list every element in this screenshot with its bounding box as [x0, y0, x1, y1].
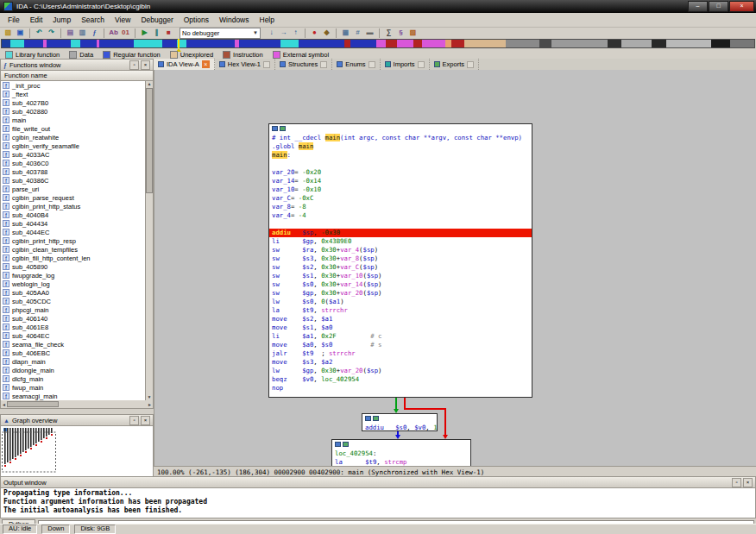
function-item[interactable]: fsub_4027B0: [1, 98, 153, 107]
navband-segment[interactable]: [71, 40, 79, 47]
maximize-button[interactable]: □: [709, 1, 728, 12]
disassembly-line[interactable]: # int __cdecl main(int argc, const char …: [272, 134, 529, 142]
disassembly-line[interactable]: la $t9, strcmp: [335, 458, 468, 466]
close-button[interactable]: ×: [729, 1, 754, 12]
disassembly-line[interactable]: move $s2, $a1: [272, 315, 529, 324]
navband-segment[interactable]: [280, 40, 299, 47]
disassembly-line[interactable]: var_8= -8: [272, 203, 529, 211]
disassembly-line[interactable]: var_10= -0x10: [272, 185, 529, 194]
graph-node-loc_402954[interactable]: loc_402954:la $t9, strcmp: [331, 439, 471, 466]
function-item[interactable]: fsub_404434: [1, 219, 153, 228]
function-item[interactable]: fseama_file_check: [1, 340, 153, 349]
disassembly-line[interactable]: sw $ra, 0x30+var_4($sp): [272, 246, 529, 254]
save-icon[interactable]: ▣: [15, 28, 26, 38]
navband-segment[interactable]: [422, 40, 444, 47]
function-item[interactable]: ffwupgrade_log: [1, 271, 153, 280]
navband-segment[interactable]: [350, 40, 377, 47]
function-item[interactable]: fcgibin_reatwhite: [1, 133, 153, 141]
menu-debugger[interactable]: Debugger: [135, 14, 178, 26]
debugger-select[interactable]: No debugger ▼: [180, 28, 261, 39]
close-panel-icon[interactable]: ×: [743, 478, 753, 487]
tab-enums[interactable]: Enums: [332, 59, 380, 70]
function-item[interactable]: fsub_403788: [1, 167, 153, 176]
tab-structures[interactable]: Structures: [275, 59, 332, 70]
navband-segment[interactable]: [539, 40, 551, 47]
output-window-titlebar[interactable]: Output window ▫ ×: [0, 476, 756, 488]
function-name-column-header[interactable]: Function name: [0, 71, 154, 81]
open-file-icon[interactable]: ▨: [3, 28, 14, 38]
disassembly-line[interactable]: move $s1, $a0: [272, 324, 529, 332]
text-search-icon[interactable]: Ab: [108, 28, 119, 38]
breakpoint-icon[interactable]: ●: [309, 28, 320, 38]
structures-icon[interactable]: ▦: [340, 28, 351, 38]
menu-jump[interactable]: Jump: [47, 14, 76, 26]
disassembly-line[interactable]: var_14= -0x14: [272, 177, 529, 185]
float-panel-icon[interactable]: ▫: [129, 416, 139, 425]
tab-close-icon[interactable]: ×: [202, 60, 210, 68]
navband-segment[interactable]: [413, 40, 422, 47]
function-item[interactable]: fcgibin_parse_request: [1, 193, 153, 202]
navband-segment[interactable]: [47, 40, 71, 47]
scrollbar-thumb[interactable]: [146, 88, 153, 193]
navband-segment[interactable]: [24, 40, 43, 47]
disassembly-line[interactable]: jalr $t9 ; strrchr: [272, 349, 529, 358]
navband-segment[interactable]: [2, 40, 10, 47]
scroll-down-icon[interactable]: ▼: [146, 394, 153, 400]
function-item[interactable]: fsub_405AA0: [1, 288, 153, 297]
scroll-left-icon[interactable]: ◄: [2, 402, 6, 407]
tab-detach-icon[interactable]: [320, 61, 327, 68]
step-over-icon[interactable]: →: [278, 28, 289, 38]
function-item[interactable]: ffile_write_out: [1, 124, 153, 133]
navigation-band[interactable]: [1, 39, 755, 48]
navband-segment[interactable]: [344, 40, 350, 47]
step-into-icon[interactable]: ↓: [266, 28, 277, 38]
function-item[interactable]: fsub_4061E8: [1, 323, 153, 331]
disassembly-line[interactable]: addiu $s0, $v0, 1: [365, 424, 434, 431]
names-icon[interactable]: ▥: [77, 28, 88, 38]
tab-ida-view-a[interactable]: IDA View-A×: [154, 59, 215, 70]
pause-process-icon[interactable]: ∥: [151, 28, 162, 38]
navband-segment[interactable]: [551, 40, 608, 47]
menu-view[interactable]: View: [110, 14, 135, 26]
disassembly-line[interactable]: var_20= -0x20: [272, 168, 529, 177]
functions-window-titlebar[interactable]: ƒ Functions window ▫ ×: [0, 59, 154, 71]
disassembly-line[interactable]: li $a1, 0x2F # c: [272, 332, 529, 341]
function-item[interactable]: fdlcfg_main: [1, 374, 153, 383]
float-panel-icon[interactable]: ▫: [732, 478, 741, 487]
functions-horizontal-scrollbar[interactable]: ◄ ►: [0, 400, 154, 409]
function-item[interactable]: ffwup_main: [1, 383, 153, 392]
function-item[interactable]: fphpcgi_main: [1, 305, 153, 314]
functions-icon[interactable]: ƒ: [89, 28, 100, 38]
function-item[interactable]: fcgibin_clean_tempfiles: [1, 245, 153, 254]
menu-help[interactable]: Help: [255, 14, 280, 26]
tab-detach-icon[interactable]: [263, 61, 270, 68]
library-icon[interactable]: ▤: [65, 28, 76, 38]
navband-segment[interactable]: [652, 40, 666, 47]
navband-segment[interactable]: [730, 40, 754, 47]
function-item[interactable]: fsub_406EBC: [1, 349, 153, 357]
menu-options[interactable]: Options: [179, 14, 214, 26]
disassembly-line[interactable]: li $gp, 0x43B9E0: [272, 237, 529, 246]
tab-imports[interactable]: Imports: [381, 59, 430, 70]
disassembly-line[interactable]: sw $gp, 0x30+var_20($sp): [272, 289, 529, 298]
function-item[interactable]: fcgibin_verify_seamafile: [1, 141, 153, 150]
graph-overview-thumbnail[interactable]: [0, 426, 154, 478]
function-item[interactable]: fsub_405890: [1, 262, 153, 271]
disassembly-line[interactable]: move $s3, $a2: [272, 358, 529, 367]
function-item[interactable]: fweblogin_log: [1, 280, 153, 288]
function-item[interactable]: fsub_40386C: [1, 176, 153, 185]
graph-node-fallthrough[interactable]: addiu $s0, $v0, 1: [362, 413, 438, 431]
disassembly-line[interactable]: lw $gp, 0x30+var_20($sp): [272, 367, 529, 375]
disassembly-line[interactable]: beqz $v0, loc_402954: [272, 375, 529, 384]
close-panel-icon[interactable]: ×: [141, 416, 150, 425]
function-item[interactable]: fcgibin_fill_http_content_len: [1, 254, 153, 262]
tab-detach-icon[interactable]: [369, 61, 375, 68]
function-item[interactable]: fdldongle_main: [1, 366, 153, 374]
navband-segment[interactable]: [451, 40, 465, 47]
function-item[interactable]: fsub_4036C0: [1, 159, 153, 167]
segments-icon[interactable]: ▬: [364, 28, 375, 38]
function-item[interactable]: fsub_402880: [1, 107, 153, 116]
functions-vertical-scrollbar[interactable]: ▲ ▼: [145, 81, 153, 400]
disassembly-line[interactable]: loc_402954:: [335, 449, 468, 458]
menu-file[interactable]: File: [3, 14, 25, 26]
